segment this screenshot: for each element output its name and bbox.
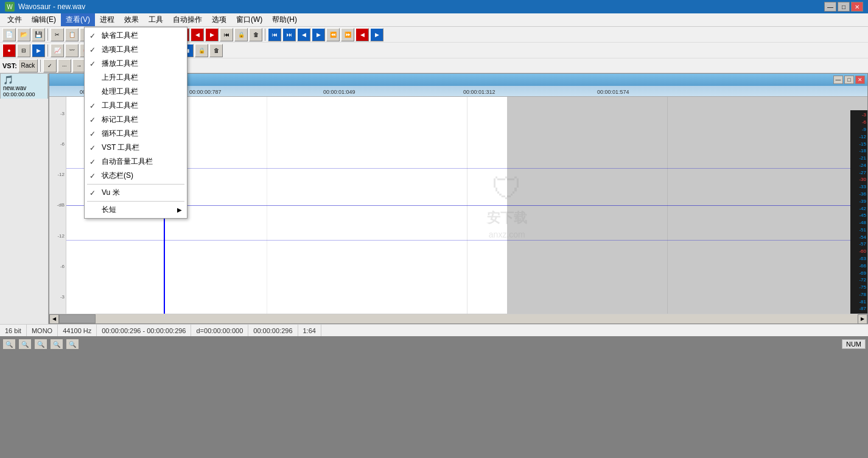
vst-tb2[interactable]: ··· [58,59,71,72]
tb-play1[interactable]: ⏮ [268,28,281,41]
menu-options-toolbar[interactable]: ✓ 选项工具栏 [85,43,187,57]
vu-m72: -72 [852,277,866,283]
minimize-button[interactable]: — [824,2,836,12]
scroll-left[interactable]: ◀ [49,314,59,324]
menu-default-toolbar[interactable]: ✓ 缺省工具栏 [85,29,187,43]
tm-2: 00:00:00:787 [189,89,222,95]
tb2-del[interactable]: 🗑 [209,44,223,57]
tb2-rec[interactable]: ● [2,44,16,57]
vu-m57: -57 [852,241,866,247]
sep4 [265,29,265,41]
sep1 [47,29,48,41]
vu-m54: -54 [852,234,866,240]
rack-button[interactable]: Rack [18,59,38,72]
sep9 [40,60,41,72]
tb-nav1[interactable]: ⏮ [220,28,233,41]
menu-marker-toolbar[interactable]: ✓ 标记工具栏 [85,113,187,127]
tb-new[interactable]: 📄 [2,28,16,41]
vu-m30: -30 [852,177,866,182]
menu-tools[interactable]: 工具 [144,13,168,26]
tb-nav2[interactable]: 🔒 [234,28,248,41]
tb-nav3[interactable]: 🗑 [249,28,262,41]
menu-view[interactable]: 查看(V) [61,13,95,26]
menu-tools-toolbar[interactable]: ✓ 工具工具栏 [85,99,187,113]
menu-window[interactable]: 窗口(W) [231,13,267,26]
inner-close[interactable]: ✕ [855,76,865,84]
menu-long-short[interactable]: 长短 ▶ [85,203,187,217]
menu-up-toolbar[interactable]: 上升工具栏 [85,71,187,85]
zoom-btn-2[interactable]: 🔍 [18,339,32,350]
menu-autovol-toolbar[interactable]: ✓ 自动音量工具栏 [85,155,187,169]
left-panel: 🎵 new.wav 00:00:00.000 [0,73,49,324]
vu-m6: -6 [852,119,866,125]
tb-cut[interactable]: ✂ [51,28,64,41]
menu-options[interactable]: 选项 [207,13,231,26]
tb-red2[interactable]: ◀ [191,28,204,41]
menu-playback-toolbar[interactable]: ✓ 播放工具栏 [85,57,187,71]
menu-edit[interactable]: 编辑(E) [27,13,61,26]
vu-m9: -9 [852,127,866,132]
tb-play2[interactable]: ⏭ [282,28,296,41]
vu-m39: -39 [852,199,866,204]
status-duration: d=00:00:00:000 [191,325,248,336]
vu-m33: -33 [852,184,866,189]
bottom-area: 🔍 🔍 🔍 🔍 🔍 NUM [0,336,868,352]
scroll-track[interactable] [59,314,858,323]
file-tab-new[interactable]: 🎵 new.wav 00:00:00.000 [0,73,48,99]
menu-statusbar[interactable]: ✓ 状态栏(S) [85,169,187,183]
status-selection: 00:00:00:296 - 00:00:00:296 [97,325,191,336]
zoom-btn-5[interactable]: 🔍 [66,339,79,350]
tb-copy[interactable]: 📋 [65,28,79,41]
zoom-btn-1[interactable]: 🔍 [2,339,16,350]
tb2-mono[interactable]: ⊟ [17,44,30,57]
menu-file[interactable]: 文件 [2,13,27,26]
menu-loop-toolbar[interactable]: ✓ 循环工具栏 [85,127,187,141]
status-bit-depth: 16 bit [0,325,27,336]
zoom-btn-3[interactable]: 🔍 [34,339,47,350]
menu-effects[interactable]: 效果 [119,13,144,26]
maximize-button[interactable]: □ [838,2,850,12]
menu-process[interactable]: 进程 [95,13,119,26]
tb-open[interactable]: 📂 [17,28,30,41]
menu-vst-toolbar[interactable]: ✓ VST 工具栏 [85,141,187,155]
tb2-wv1[interactable]: 📈 [51,44,64,57]
vst-tb1[interactable]: ✓ [43,59,57,72]
status-sample-rate: 44100 Hz [58,325,97,336]
vu-m87: -87 [852,306,866,311]
app-title: Wavosaur - new.wav [18,2,85,11]
tb-play7[interactable]: ◀ [355,28,369,41]
close-button[interactable]: ✕ [851,2,863,12]
menu-auto[interactable]: 自动操作 [168,13,207,26]
tb-play4[interactable]: ▶ [312,28,325,41]
scroll-thumb[interactable] [59,314,96,323]
right-vu-meter: -3 -6 -9 -12 -15 -18 -21 -24 -27 -30 -33… [850,110,867,314]
h-scrollbar[interactable]: ◀ ▶ [49,314,867,323]
vu-m78: -78 [852,292,866,297]
tb2-lock[interactable]: 🔒 [195,44,208,57]
tb-red3[interactable]: ▶ [205,28,219,41]
db-6-2: -6 [49,264,65,269]
tb2-wv2[interactable]: 〰 [65,44,79,57]
vu-m75: -75 [852,284,866,290]
zoom-btn-4[interactable]: 🔍 [50,339,63,350]
tb-save[interactable]: 💾 [32,28,45,41]
tb-play3[interactable]: ◀ [297,28,310,41]
vu-m21: -21 [852,155,866,161]
sep5 [47,44,48,57]
menu-process-toolbar[interactable]: 处理工具栏 [85,85,187,99]
vu-m24: -24 [852,163,866,168]
db-3-top: -3 [49,111,65,116]
db-12-1: -12 [49,172,65,177]
scroll-right[interactable]: ▶ [858,314,867,324]
check-playback-toolbar: ✓ [89,60,96,68]
status-channels: MONO [27,325,58,336]
inner-minimize[interactable]: — [833,76,843,84]
tb2-play[interactable]: ▶ [32,44,45,57]
status-zoom: 1:64 [298,325,321,336]
tb-play8[interactable]: ▶ [370,28,383,41]
inner-maximize[interactable]: □ [844,76,854,84]
tb-play6[interactable]: ⏩ [341,28,354,41]
menu-help[interactable]: 帮助(H) [267,13,302,26]
menu-vu-meter[interactable]: ✓ Vu 米 [85,186,187,200]
tb-play5[interactable]: ⏪ [326,28,340,41]
